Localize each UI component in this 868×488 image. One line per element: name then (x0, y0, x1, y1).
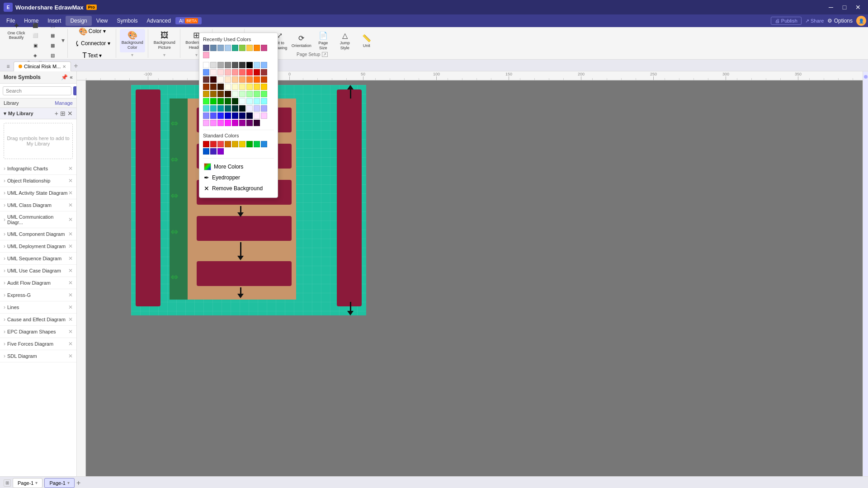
palette-swatch[interactable] (239, 76, 245, 83)
standard-swatch[interactable] (239, 141, 245, 147)
recently-used-swatch[interactable] (232, 45, 238, 51)
sidebar-item-lines[interactable]: Lines ✕ (0, 301, 76, 314)
palette-swatch[interactable] (217, 120, 224, 126)
palette-swatch[interactable] (210, 69, 217, 75)
palette-swatch[interactable] (225, 62, 231, 68)
sidebar-item-close-icon[interactable]: ✕ (68, 165, 73, 172)
sidebar-item-uml-sequence[interactable]: UML Sequence Diagram ✕ (0, 253, 76, 265)
palette-swatch[interactable] (261, 113, 267, 119)
close-button[interactable]: ✕ (852, 2, 864, 13)
sidebar-item-close-icon[interactable]: ✕ (68, 190, 73, 196)
palette-swatch[interactable] (217, 91, 224, 97)
palette-swatch[interactable] (232, 76, 238, 83)
palette-swatch[interactable] (232, 113, 238, 119)
palette-swatch[interactable] (246, 62, 253, 68)
publish-button[interactable]: 🖨 Publish (771, 17, 802, 25)
sidebar-item-close-icon[interactable]: ✕ (68, 255, 73, 262)
sidebar-item-uml-class[interactable]: UML Class Diagram ✕ (0, 199, 76, 211)
connector-dropdown-button[interactable]: ⤹ Connector ▾ (71, 38, 113, 50)
beautify-option-2[interactable]: ⬜ (27, 31, 43, 40)
tab-close-icon[interactable]: ✕ (62, 64, 66, 69)
palette-swatch[interactable] (261, 76, 267, 83)
sidebar-item-uml-usecase[interactable]: UML Use Case Diagram ✕ (0, 265, 76, 277)
page-size-button[interactable]: 📄 PageSize (313, 29, 333, 52)
palette-swatch[interactable] (232, 69, 238, 75)
sidebar-item-close-icon[interactable]: ✕ (68, 328, 73, 335)
sidebar-item-object-relationship[interactable]: Object Relationship ✕ (0, 175, 76, 187)
menu-view[interactable]: View (92, 16, 113, 26)
sidebar-item-uml-communication[interactable]: UML Communication Diagr... ✕ (0, 211, 76, 228)
page-tab-2[interactable]: Page-1 ▾ (44, 478, 74, 488)
sidebar-item-infographic-charts[interactable]: Infographic Charts ✕ (0, 163, 76, 175)
palette-swatch[interactable] (254, 62, 260, 68)
sidebar-item-close-icon[interactable]: ✕ (68, 216, 73, 223)
palette-swatch[interactable] (217, 84, 224, 90)
sidebar-item-express-g[interactable]: Express-G ✕ (0, 289, 76, 301)
background-picture-button[interactable]: 🖼 BackgroundPicture (152, 29, 177, 52)
standard-swatch[interactable] (254, 141, 260, 147)
canvas-area[interactable]: -100-50050100150200250300350400 (77, 71, 863, 476)
palette-swatch[interactable] (254, 105, 260, 112)
beautify-option-8[interactable]: ▧ (44, 51, 61, 60)
add-page-button[interactable]: + (76, 479, 80, 487)
my-lib-add-icon[interactable]: + (55, 110, 58, 117)
palette-swatch[interactable] (239, 98, 245, 104)
recently-used-swatch[interactable] (210, 45, 217, 51)
recently-used-swatch[interactable] (225, 45, 231, 51)
palette-swatch[interactable] (239, 91, 245, 97)
palette-swatch[interactable] (239, 105, 245, 112)
palette-swatch[interactable] (232, 120, 238, 126)
row-rect-4[interactable] (197, 216, 292, 241)
sidebar-pin-icon[interactable]: 📌 (61, 74, 68, 80)
menu-design[interactable]: Design (66, 16, 91, 26)
palette-swatch[interactable] (210, 120, 217, 126)
palette-swatch[interactable] (210, 84, 217, 90)
sidebar-item-close-icon[interactable]: ✕ (68, 178, 73, 184)
sidebar-item-five-forces[interactable]: Five Forces Diagram ✕ (0, 338, 76, 350)
palette-swatch[interactable] (232, 84, 238, 90)
recently-used-swatch[interactable] (203, 52, 209, 58)
palette-swatch[interactable] (254, 120, 260, 126)
palette-swatch[interactable] (225, 91, 231, 97)
sidebar-item-cause-effect[interactable]: Cause and Effect Diagram ✕ (0, 314, 76, 326)
palette-swatch[interactable] (261, 91, 267, 97)
minimize-button[interactable]: ─ (825, 2, 837, 13)
standard-swatch[interactable] (203, 141, 209, 147)
palette-swatch[interactable] (261, 84, 267, 90)
user-avatar[interactable]: 👤 (856, 16, 866, 26)
standard-swatch[interactable] (217, 141, 224, 147)
palette-swatch[interactable] (261, 69, 267, 75)
standard-swatch[interactable] (203, 148, 209, 155)
palette-swatch[interactable] (210, 98, 217, 104)
beautify-option-3[interactable]: ▣ (27, 41, 43, 50)
palette-swatch[interactable] (254, 91, 260, 97)
palette-swatch[interactable] (203, 62, 209, 68)
palette-swatch[interactable] (246, 69, 253, 75)
sidebar-item-close-icon[interactable]: ✕ (68, 292, 73, 298)
palette-swatch[interactable] (210, 113, 217, 119)
palette-swatch[interactable] (232, 62, 238, 68)
palette-swatch[interactable] (246, 105, 253, 112)
my-lib-close-icon[interactable]: ✕ (67, 110, 73, 117)
palette-swatch[interactable] (225, 69, 231, 75)
palette-swatch[interactable] (210, 62, 217, 68)
palette-swatch[interactable] (217, 98, 224, 104)
sidebar-item-close-icon[interactable]: ✕ (68, 353, 73, 359)
palette-swatch[interactable] (239, 120, 245, 126)
ai-button[interactable]: AI BETA (175, 17, 202, 24)
palette-swatch[interactable] (203, 98, 209, 104)
palette-swatch[interactable] (239, 62, 245, 68)
palette-swatch[interactable] (246, 84, 253, 90)
palette-swatch[interactable] (217, 62, 224, 68)
symbols-toggle-icon[interactable]: ≡ (4, 62, 13, 71)
sidebar-item-close-icon[interactable]: ✕ (68, 304, 73, 310)
palette-swatch[interactable] (232, 91, 238, 97)
palette-swatch[interactable] (210, 91, 217, 97)
text-dropdown-button[interactable]: T Text ▾ (80, 50, 104, 61)
standard-swatch[interactable] (261, 141, 267, 147)
palette-swatch[interactable] (225, 98, 231, 104)
palette-swatch[interactable] (217, 105, 224, 112)
beautify-more-button[interactable]: ▾ (61, 37, 65, 44)
palette-swatch[interactable] (217, 113, 224, 119)
search-input[interactable] (3, 86, 71, 95)
